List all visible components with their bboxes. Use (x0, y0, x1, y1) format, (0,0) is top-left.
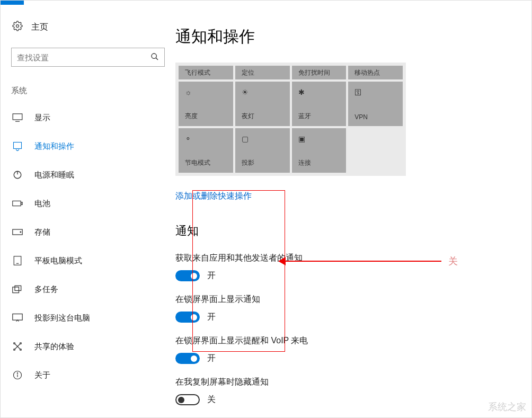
search-input[interactable] (17, 53, 150, 62)
qa-tile-nightlight[interactable]: ☀夜灯 (235, 82, 290, 126)
header-bar (1, 1, 531, 5)
toggle-text: 开 (207, 270, 216, 281)
nav-label: 电源和睡眠 (34, 170, 74, 180)
nav-label: 关于 (34, 370, 50, 380)
monitor-icon (12, 113, 23, 122)
nav-item-battery[interactable]: 电池 (1, 189, 175, 218)
svg-rect-16 (13, 314, 22, 321)
nav-item-project[interactable]: 投影到这台电脑 (1, 304, 175, 332)
toggle-lockscreen-notifications[interactable] (175, 312, 200, 323)
brightness-icon: ☼ (185, 88, 192, 96)
vpn-icon: ⚿ (354, 88, 362, 96)
share-icon (12, 342, 23, 351)
toggle-app-notifications[interactable] (175, 270, 200, 281)
nav-label: 电池 (34, 199, 50, 209)
setting-label: 获取来自应用和其他发送者的通知 (175, 253, 531, 264)
nav-label: 通知和操作 (34, 141, 74, 152)
main-container: 主页 系统 显示 通知和操作 电源和睡眠 (1, 5, 531, 417)
nav-label: 显示 (34, 113, 50, 123)
project-icon (12, 313, 23, 323)
qa-tile-dnd[interactable]: 免打扰时间 (292, 66, 347, 79)
qa-tile-projector[interactable]: ▢投影 (235, 128, 290, 173)
toggle-text: 关 (207, 394, 216, 405)
saver-icon: ⚬ (185, 135, 191, 143)
bluetooth-icon: ✱ (298, 88, 305, 96)
svg-point-1 (152, 54, 156, 58)
setting-lockscreen-notifications: 在锁屏界面上显示通知 开 (175, 294, 531, 323)
edit-quick-actions-link[interactable]: 添加或删除快速操作 (175, 191, 531, 202)
search-box[interactable] (11, 48, 165, 67)
projector-icon: ▢ (242, 135, 249, 143)
svg-rect-14 (13, 287, 19, 293)
quick-actions-grid: 飞行模式 定位 免打扰时间 移动热点 ☼亮度 ☀夜灯 ✱蓝牙 ⚿VPN ⚬节电模… (175, 63, 406, 176)
qa-tile-connect[interactable]: ▣连接 (292, 128, 347, 173)
info-icon (12, 370, 23, 380)
sidebar: 主页 系统 显示 通知和操作 电源和睡眠 (1, 5, 175, 417)
setting-app-notifications: 获取来自应用和其他发送者的通知 开 (175, 253, 531, 281)
nav-label: 平板电脑模式 (34, 256, 82, 266)
svg-rect-15 (15, 286, 21, 290)
nav-item-power[interactable]: 电源和睡眠 (1, 161, 175, 189)
tablet-icon (12, 256, 23, 265)
section-header: 系统 (11, 86, 165, 96)
setting-hide-on-duplicate: 在我复制屏幕时隐藏通知 关 (175, 377, 531, 405)
nav-item-notifications[interactable]: 通知和操作 (1, 132, 175, 161)
battery-icon (12, 200, 23, 207)
gear-icon (12, 21, 23, 34)
nightlight-icon: ☀ (242, 88, 249, 96)
power-icon (12, 170, 23, 180)
page-title: 通知和操作 (175, 26, 531, 48)
home-label: 主页 (31, 22, 48, 33)
nav-item-multitask[interactable]: 多任务 (1, 275, 175, 304)
storage-icon (12, 228, 23, 236)
qa-tile-bluetooth[interactable]: ✱蓝牙 (292, 82, 347, 126)
svg-point-0 (16, 25, 19, 28)
svg-line-2 (156, 58, 158, 60)
nav-label: 存储 (34, 227, 50, 237)
main-panel: 通知和操作 飞行模式 定位 免打扰时间 移动热点 ☼亮度 ☀夜灯 ✱蓝牙 ⚿VP… (175, 5, 531, 417)
notification-icon (12, 141, 23, 151)
svg-rect-9 (21, 202, 22, 205)
setting-label: 在我复制屏幕时隐藏通知 (175, 377, 531, 388)
setting-label: 在锁屏界面上显示通知 (175, 294, 531, 305)
setting-label: 在锁屏界面上显示提醒和 VoIP 来电 (175, 335, 531, 346)
search-icon (150, 52, 159, 63)
nav-item-tablet[interactable]: 平板电脑模式 (1, 246, 175, 275)
home-link[interactable]: 主页 (12, 21, 165, 34)
nav-item-display[interactable]: 显示 (1, 103, 175, 132)
nav-label: 多任务 (34, 284, 58, 295)
svg-point-25 (17, 373, 17, 373)
svg-point-11 (20, 232, 21, 233)
nav-label: 共享的体验 (34, 342, 74, 352)
svg-rect-3 (13, 114, 22, 120)
nav-item-storage[interactable]: 存储 (1, 218, 175, 246)
qa-tile-vpn[interactable]: ⚿VPN (348, 82, 403, 126)
qa-tile-hotspot[interactable]: 移动热点 (348, 66, 403, 79)
toggle-lockscreen-voip[interactable] (175, 353, 200, 364)
nav-label: 投影到这台电脑 (34, 313, 90, 323)
qa-tile-saver[interactable]: ⚬节电模式 (179, 128, 233, 173)
qa-tile-location[interactable]: 定位 (235, 66, 290, 79)
setting-lockscreen-voip: 在锁屏界面上显示提醒和 VoIP 来电 开 (175, 335, 531, 364)
nav-item-about[interactable]: 关于 (1, 361, 175, 389)
back-button[interactable] (1, 1, 24, 5)
svg-rect-8 (13, 201, 21, 206)
connect-icon: ▣ (298, 135, 305, 143)
qa-tile-brightness[interactable]: ☼亮度 (179, 82, 233, 126)
toggle-text: 开 (207, 312, 216, 323)
svg-rect-5 (14, 143, 22, 149)
qa-tile-airplane[interactable]: 飞行模式 (179, 66, 233, 79)
toggle-hide-on-duplicate[interactable] (175, 394, 200, 405)
toggle-text: 开 (207, 353, 216, 364)
nav-item-share[interactable]: 共享的体验 (1, 332, 175, 361)
nav-list: 显示 通知和操作 电源和睡眠 电池 存储 平板电脑模式 (1, 103, 175, 389)
section-title: 通知 (175, 223, 531, 239)
multitask-icon (12, 285, 23, 294)
